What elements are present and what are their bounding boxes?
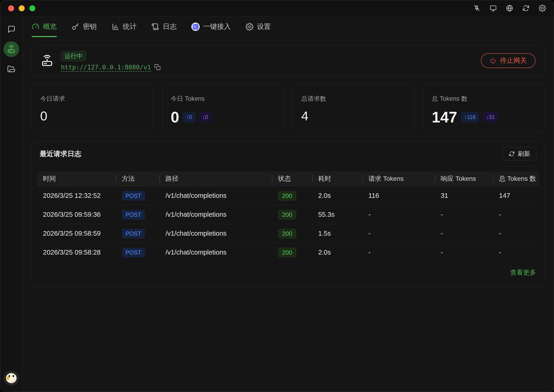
cell-req-tokens: -: [362, 211, 435, 218]
gear-icon: [539, 5, 546, 12]
refresh-icon: [509, 151, 515, 157]
main-content: 概览 密钥 统计: [22, 16, 554, 392]
tab-logs[interactable]: 日志: [151, 16, 177, 37]
reload-button[interactable]: [522, 5, 530, 12]
cell-path: /v1/chat/completions: [159, 230, 272, 237]
stop-gateway-label: 停止网关: [500, 56, 527, 65]
stat-card-today-tokens: 今日 Tokens 0 ↑0 ↓0: [162, 84, 284, 133]
cell-resp-tokens: -: [435, 230, 493, 237]
refresh-label: 刷新: [518, 150, 530, 158]
stat-label: 总 Tokens 数: [432, 95, 536, 103]
cell-time: 2026/3/25 09:59:36: [37, 211, 116, 218]
stop-gateway-button[interactable]: 停止网关: [481, 53, 536, 68]
globe-button[interactable]: [506, 5, 513, 12]
folder-open-icon: [7, 65, 15, 73]
close-button[interactable]: [8, 5, 14, 11]
minimize-button[interactable]: [19, 5, 25, 11]
chat-bubble-icon: [7, 25, 15, 34]
bar-chart-icon: [111, 23, 119, 31]
pin-off-button[interactable]: [473, 5, 480, 12]
input-tokens-badge: ↑116: [461, 112, 479, 122]
sidebar-item-files[interactable]: [7, 65, 15, 73]
gauge-icon: [32, 23, 39, 31]
tab-keys[interactable]: 密钥: [72, 16, 97, 37]
table-row[interactable]: 2026/3/25 09:58:28 POST /v1/chat/complet…: [37, 243, 539, 262]
cell-time: 2026/3/25 12:32:52: [37, 192, 116, 199]
output-tokens-badge: ↓31: [483, 112, 498, 122]
col-total-tokens: 总 Tokens 数: [493, 171, 539, 186]
tabbar: 概览 密钥 统计: [32, 16, 545, 37]
refresh-logs-button[interactable]: 刷新: [503, 147, 536, 161]
titlebar-actions: [473, 5, 546, 12]
stat-card-today-requests: 今日请求 0: [32, 84, 153, 133]
recent-logs-panel: 最近请求日志 刷新 时间 方法 路径 状态: [32, 141, 545, 286]
stat-label: 总请求数: [301, 95, 406, 103]
col-status: 状态: [272, 171, 312, 186]
sidebar: [0, 16, 22, 392]
status-code-badge: 200: [278, 210, 296, 220]
gateway-url-link[interactable]: http://127.0.0.1:8080/v1: [61, 64, 151, 71]
cell-req-tokens: -: [362, 230, 435, 237]
cell-req-tokens: 116: [362, 192, 435, 199]
stat-value: 0: [171, 108, 179, 126]
settings-button[interactable]: [539, 5, 546, 12]
col-time: 时间: [37, 171, 116, 186]
stats-grid: 今日请求 0 今日 Tokens 0 ↑0 ↓0 总请求数: [32, 84, 545, 133]
method-badge: POST: [122, 191, 145, 201]
input-tokens-badge: ↑0: [183, 112, 195, 122]
router-icon: [7, 45, 16, 54]
table-row[interactable]: 2026/3/25 09:58:59 POST /v1/chat/complet…: [37, 224, 539, 243]
logs-table-header: 时间 方法 路径 状态 耗时 请求 Tokens 响应 Tokens 总 Tok…: [37, 171, 539, 186]
tab-stats[interactable]: 统计: [111, 16, 137, 37]
sidebar-item-chat[interactable]: [7, 25, 15, 34]
cell-total-tokens: -: [493, 249, 539, 256]
refresh-icon: [522, 5, 530, 12]
logs-table: 时间 方法 路径 状态 耗时 请求 Tokens 响应 Tokens 总 Tok…: [37, 171, 539, 262]
tab-label: 概览: [43, 22, 57, 31]
display-button[interactable]: [489, 5, 497, 12]
copy-url-button[interactable]: [154, 64, 161, 70]
copy-icon: [154, 64, 161, 70]
stat-value: 0: [40, 108, 47, 123]
mascot-face: [6, 373, 17, 383]
gear-icon: [246, 23, 253, 31]
tab-overview[interactable]: 概览: [32, 16, 57, 37]
output-tokens-badge: ↓0: [199, 112, 211, 122]
logs-panel-header: 最近请求日志 刷新: [32, 142, 544, 166]
status-code-badge: 200: [278, 247, 296, 258]
view-more-link[interactable]: 查看更多: [510, 268, 536, 277]
tab-quick-connect[interactable]: >_ 一键接入: [191, 16, 231, 37]
cell-duration: 1.5s: [312, 230, 362, 237]
gateway-url-row: http://127.0.0.1:8080/v1: [61, 64, 161, 71]
table-row[interactable]: 2026/3/25 09:59:36 POST /v1/chat/complet…: [37, 205, 539, 224]
table-row[interactable]: 2026/3/25 12:32:52 POST /v1/chat/complet…: [37, 186, 539, 205]
cell-path: /v1/chat/completions: [159, 249, 272, 256]
titlebar: [0, 0, 554, 16]
tab-label: 统计: [123, 22, 137, 31]
tab-label: 密钥: [83, 22, 97, 31]
cell-total-tokens: 147: [493, 192, 539, 199]
stat-value: 147: [432, 108, 457, 126]
cell-total-tokens: -: [493, 211, 539, 218]
status-badge: 运行中: [61, 51, 86, 62]
stat-value: 4: [301, 108, 308, 123]
tab-label: 一键接入: [203, 22, 231, 31]
mascot-avatar[interactable]: [4, 371, 19, 386]
method-badge: POST: [122, 229, 145, 238]
tab-label: 设置: [257, 22, 271, 31]
col-resp-tokens: 响应 Tokens: [435, 171, 493, 186]
cell-resp-tokens: -: [435, 249, 493, 256]
sidebar-item-gateway[interactable]: [3, 41, 19, 57]
power-icon: [489, 57, 496, 64]
stat-label: 今日请求: [40, 95, 144, 103]
cell-resp-tokens: -: [435, 211, 493, 218]
app-window: 概览 密钥 统计: [0, 0, 554, 392]
cell-time: 2026/3/25 09:58:28: [37, 249, 116, 256]
cell-path: /v1/chat/completions: [159, 211, 272, 218]
status-code-badge: 200: [278, 229, 296, 239]
cell-total-tokens: -: [493, 230, 539, 237]
zoom-button[interactable]: [29, 5, 35, 11]
cell-path: /v1/chat/completions: [159, 192, 272, 199]
stat-card-total-requests: 总请求数 4: [293, 84, 414, 133]
tab-settings[interactable]: 设置: [246, 16, 271, 37]
